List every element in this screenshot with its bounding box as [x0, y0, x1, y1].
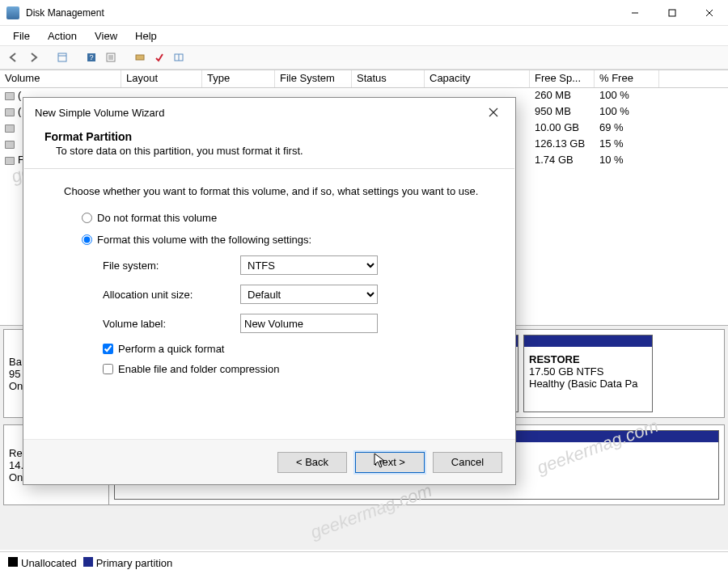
wizard-subheading: To store data on this partition, you mus… — [56, 145, 499, 157]
allocation-unit-label: Allocation unit size: — [103, 289, 240, 301]
wizard-prompt: Choose whether you want to format this v… — [64, 185, 491, 197]
checkbox-quick-format[interactable]: Perform a quick format — [103, 343, 491, 355]
checkbox-compression-input[interactable] — [103, 364, 113, 374]
radio-do-not-format-input[interactable] — [82, 213, 92, 223]
wizard-title: New Simple Volume Wizard — [35, 107, 164, 119]
menu-view[interactable]: View — [87, 28, 125, 44]
volume-label-label: Volume label: — [103, 318, 240, 330]
refresh-icon[interactable] — [53, 49, 71, 66]
partition-status: Healthy (Basic Data Pa — [529, 378, 647, 390]
legend-unallocated: Unallocated — [21, 557, 77, 569]
svg-rect-4 — [58, 53, 66, 61]
back-icon[interactable] — [5, 49, 23, 66]
checkbox-compression-label: Enable file and folder compression — [118, 363, 279, 375]
col-capacity[interactable]: Capacity — [425, 70, 530, 87]
menu-help[interactable]: Help — [127, 28, 165, 44]
partition-size: 17.50 GB NTFS — [529, 365, 647, 378]
svg-rect-12 — [136, 55, 144, 60]
checkbox-compression[interactable]: Enable file and folder compression — [103, 363, 491, 375]
checkbox-quick-format-input[interactable] — [103, 344, 113, 354]
radio-format-label: Format this volume with the following se… — [97, 234, 311, 246]
volume-label-input[interactable] — [240, 314, 378, 333]
toolbar: ? — [0, 45, 728, 70]
app-icon — [6, 6, 19, 19]
radio-format-with-settings[interactable]: Format this volume with the following se… — [82, 234, 491, 246]
action-icon-1[interactable] — [131, 49, 149, 66]
minimize-button[interactable] — [616, 0, 654, 26]
col-type[interactable]: Type — [202, 70, 275, 87]
action-icon-2[interactable] — [150, 49, 168, 66]
menu-bar: File Action View Help — [0, 26, 728, 45]
maximize-button[interactable] — [654, 0, 691, 26]
col-free[interactable]: Free Sp... — [530, 70, 595, 87]
close-button[interactable] — [691, 0, 728, 26]
cancel-button[interactable]: Cancel — [433, 452, 502, 473]
col-filesystem[interactable]: File System — [275, 70, 352, 87]
window-title: Disk Management — [26, 7, 104, 19]
allocation-unit-select[interactable]: Default — [240, 285, 378, 304]
radio-format-input[interactable] — [82, 234, 92, 245]
legend-primary: Primary partition — [96, 557, 173, 569]
wizard-close-button[interactable] — [481, 101, 506, 124]
action-icon-3[interactable] — [170, 49, 188, 66]
menu-action[interactable]: Action — [40, 28, 85, 44]
radio-do-not-format[interactable]: Do not format this volume — [82, 212, 491, 224]
col-status[interactable]: Status — [352, 70, 425, 87]
radio-do-not-format-label: Do not format this volume — [97, 212, 217, 224]
filesystem-select[interactable]: NTFS — [240, 255, 378, 275]
new-simple-volume-wizard: New Simple Volume Wizard Format Partitio… — [23, 97, 516, 485]
title-bar: Disk Management — [0, 0, 728, 26]
svg-text:?: ? — [89, 53, 93, 61]
properties-icon[interactable] — [102, 49, 120, 66]
forward-icon[interactable] — [24, 49, 42, 66]
legend: Unallocated Primary partition — [0, 551, 728, 574]
disk-0-partition-restore[interactable]: RESTORE 17.50 GB NTFS Healthy (Basic Dat… — [523, 335, 653, 412]
volume-list-header: Volume Layout Type File System Status Ca… — [0, 70, 728, 88]
col-volume[interactable]: Volume — [0, 70, 121, 87]
back-button[interactable]: < Back — [277, 452, 347, 473]
help-icon[interactable]: ? — [83, 49, 100, 66]
col-layout[interactable]: Layout — [121, 70, 202, 87]
wizard-heading: Format Partition — [44, 130, 499, 143]
legend-swatch-unallocated — [8, 557, 18, 567]
menu-file[interactable]: File — [5, 28, 38, 44]
checkbox-quick-format-label: Perform a quick format — [118, 343, 225, 355]
partition-title: RESTORE — [529, 353, 647, 365]
legend-swatch-primary — [83, 557, 93, 567]
svg-rect-1 — [669, 10, 675, 16]
next-button[interactable]: Next > — [355, 452, 425, 473]
filesystem-label: File system: — [103, 260, 240, 272]
col-pctfree[interactable]: % Free — [595, 70, 659, 87]
